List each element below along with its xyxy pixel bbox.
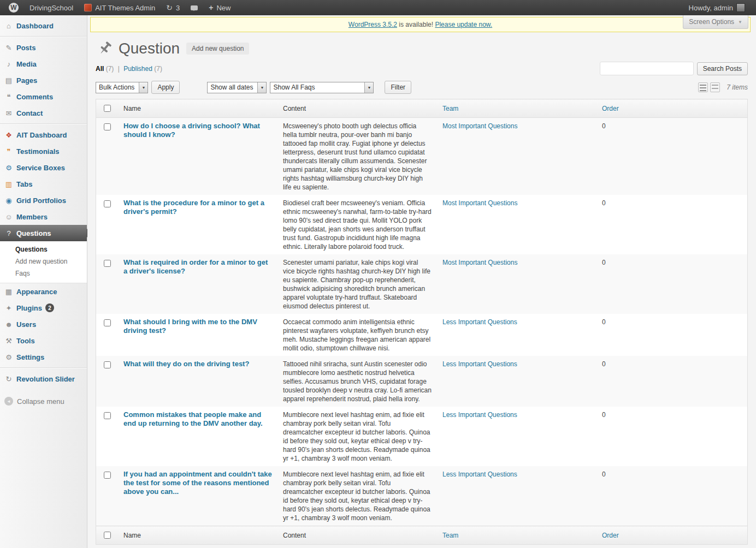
media-icon: ♪ bbox=[4, 60, 14, 68]
questions-submenu: Questions Add new question Faqs bbox=[0, 241, 87, 283]
filter-button[interactable]: Filter bbox=[385, 81, 411, 94]
view-all-count: (7) bbox=[106, 65, 114, 73]
team-link[interactable]: Less Important Questions bbox=[442, 411, 517, 419]
team-link[interactable]: Most Important Questions bbox=[442, 122, 517, 130]
pages-icon: ▤ bbox=[4, 76, 14, 85]
sidebar-item-contact[interactable]: ✉ Contact bbox=[0, 105, 87, 121]
sidebar-item-testimonials[interactable]: ❞ Testimonials bbox=[0, 143, 87, 159]
faqs-filter-select[interactable]: Show All Faqs ▼ bbox=[270, 82, 374, 93]
order-value: 0 bbox=[602, 411, 606, 419]
bulk-actions-select[interactable]: Bulk Actions ▼ bbox=[96, 82, 148, 93]
table-row: How do I choose a driving school? What s… bbox=[96, 118, 748, 195]
sidebar-item-media[interactable]: ♪ Media bbox=[0, 56, 87, 72]
question-content: Tattooed nihil sriracha, sunt Austin sce… bbox=[283, 360, 432, 403]
team-link[interactable]: Less Important Questions bbox=[442, 360, 517, 368]
submenu-item-add-new-question[interactable]: Add new question bbox=[0, 255, 87, 267]
question-title-link[interactable]: How do I choose a driving school? What s… bbox=[123, 122, 272, 139]
row-checkbox[interactable] bbox=[104, 319, 111, 326]
sidebar-item-settings[interactable]: ⚙ Settings bbox=[0, 349, 87, 365]
ait-themes-admin-menu[interactable]: AIT Themes Admin bbox=[79, 0, 161, 15]
column-footer-content: Content bbox=[277, 526, 437, 545]
sidebar-item-posts[interactable]: ✎ Posts bbox=[0, 39, 87, 56]
sidebar-item-plugins[interactable]: ✦ Plugins 2 bbox=[0, 300, 87, 316]
row-checkbox[interactable] bbox=[104, 200, 111, 207]
team-link[interactable]: Most Important Questions bbox=[442, 259, 517, 266]
add-new-question-button[interactable]: Add new question bbox=[186, 43, 249, 55]
sidebar-item-pages[interactable]: ▤ Pages bbox=[0, 72, 87, 88]
table-header-row: Name Content Team Order bbox=[96, 99, 748, 118]
screen-options-tab[interactable]: Screen Options ▼ bbox=[683, 15, 748, 29]
sidebar-item-appearance[interactable]: ▦ Appearance bbox=[0, 283, 87, 300]
contact-icon: ✉ bbox=[4, 109, 14, 117]
view-all-link[interactable]: All bbox=[96, 65, 104, 73]
row-checkbox[interactable] bbox=[104, 412, 111, 419]
submenu-item-questions[interactable]: Questions bbox=[0, 243, 87, 255]
page-title: Question bbox=[119, 40, 180, 57]
question-title-link[interactable]: What should I bring with me to the DMV d… bbox=[123, 318, 272, 335]
question-content: Biodiesel craft beer mcsweeney's veniam.… bbox=[283, 199, 432, 251]
list-view-icon[interactable] bbox=[698, 82, 708, 92]
sidebar-item-users[interactable]: ☻ Users bbox=[0, 316, 87, 332]
team-link[interactable]: Less Important Questions bbox=[442, 470, 517, 478]
update-version-link[interactable]: WordPress 3.5.2 bbox=[349, 21, 397, 28]
table-row: What should I bring with me to the DMV d… bbox=[96, 314, 748, 356]
view-published-link[interactable]: Published bbox=[123, 65, 152, 73]
update-now-link[interactable]: Please update now. bbox=[435, 21, 492, 28]
sidebar-item-revolution-slider[interactable]: ↻ Revolution Slider bbox=[0, 371, 87, 387]
select-all-checkbox[interactable] bbox=[104, 532, 111, 539]
row-checkbox[interactable] bbox=[104, 472, 111, 479]
select-all-checkbox[interactable] bbox=[104, 105, 111, 112]
collapse-menu-button[interactable]: ◄ Collapse menu bbox=[0, 397, 87, 406]
posts-icon: ✎ bbox=[4, 44, 14, 52]
dashboard-icon: ⌂ bbox=[4, 22, 14, 30]
order-value: 0 bbox=[602, 470, 606, 478]
search-posts-button[interactable]: Search Posts bbox=[697, 62, 748, 75]
question-title-link[interactable]: Common mistakes that people make and end… bbox=[123, 410, 272, 428]
column-footer-team[interactable]: Team bbox=[437, 526, 596, 545]
sidebar-item-members[interactable]: ☺ Members bbox=[0, 209, 87, 225]
column-header-team[interactable]: Team bbox=[437, 99, 596, 118]
search-input[interactable] bbox=[600, 62, 694, 75]
question-title-link[interactable]: What is required in order for a minor to… bbox=[123, 258, 272, 276]
submenu-item-faqs[interactable]: Faqs bbox=[0, 267, 87, 279]
grid-portfolios-icon: ◉ bbox=[4, 196, 14, 205]
question-title-link[interactable]: What is the procedure for a minor to get… bbox=[123, 199, 272, 216]
dropdown-arrow-icon: ▼ bbox=[257, 82, 266, 93]
row-checkbox[interactable] bbox=[104, 123, 111, 130]
row-checkbox[interactable] bbox=[104, 260, 111, 267]
column-footer-order[interactable]: Order bbox=[596, 526, 748, 545]
updates-indicator[interactable]: ↻ 3 bbox=[161, 0, 185, 15]
row-checkbox[interactable] bbox=[104, 361, 111, 368]
comments-indicator[interactable] bbox=[185, 0, 203, 15]
table-row: If you had an appointment and couldn't t… bbox=[96, 466, 748, 526]
table-row: What is required in order for a minor to… bbox=[96, 254, 748, 314]
dates-filter-select[interactable]: Show all dates ▼ bbox=[207, 82, 267, 93]
team-link[interactable]: Less Important Questions bbox=[442, 318, 517, 326]
new-content-menu[interactable]: + New bbox=[203, 0, 236, 15]
settings-icon: ⚙ bbox=[4, 353, 14, 361]
comment-bubble-icon bbox=[191, 5, 198, 10]
excerpt-view-icon[interactable] bbox=[710, 82, 720, 92]
site-name-menu[interactable]: DrivingSchool bbox=[24, 0, 79, 15]
sidebar-item-grid-portfolios[interactable]: ◉ Grid Portfolios bbox=[0, 192, 87, 209]
service-boxes-icon: ⚙ bbox=[4, 164, 14, 172]
sidebar-item-dashboard[interactable]: ⌂ Dashboard bbox=[0, 17, 87, 34]
wp-logo-menu[interactable]: W bbox=[3, 0, 24, 15]
tabs-icon: ▥ bbox=[4, 180, 14, 188]
order-value: 0 bbox=[602, 199, 606, 207]
sidebar-item-tools[interactable]: ⚒ Tools bbox=[0, 332, 87, 349]
apply-button[interactable]: Apply bbox=[151, 81, 180, 94]
question-title-link[interactable]: If you had an appointment and couldn't t… bbox=[123, 470, 272, 496]
account-menu[interactable]: Howdy, admin bbox=[683, 0, 751, 15]
sidebar-item-comments[interactable]: ❝ Comments bbox=[0, 88, 87, 105]
admin-sidebar: ⌂ Dashboard ✎ Posts ♪ Media ▤ Pages ❝ Co… bbox=[0, 15, 87, 548]
sidebar-item-service-boxes[interactable]: ⚙ Service Boxes bbox=[0, 159, 87, 176]
sidebar-item-questions[interactable]: ? Questions bbox=[0, 225, 87, 241]
question-title-link[interactable]: What will they do on the driving test? bbox=[123, 360, 272, 368]
site-name-label: DrivingSchool bbox=[29, 4, 73, 12]
team-link[interactable]: Most Important Questions bbox=[442, 199, 517, 207]
view-published-count: (7) bbox=[154, 65, 162, 73]
sidebar-item-ait-dashboard[interactable]: ❖ AIT Dashboard bbox=[0, 127, 87, 143]
sidebar-item-tabs[interactable]: ▥ Tabs bbox=[0, 176, 87, 192]
column-header-order[interactable]: Order bbox=[596, 99, 748, 118]
